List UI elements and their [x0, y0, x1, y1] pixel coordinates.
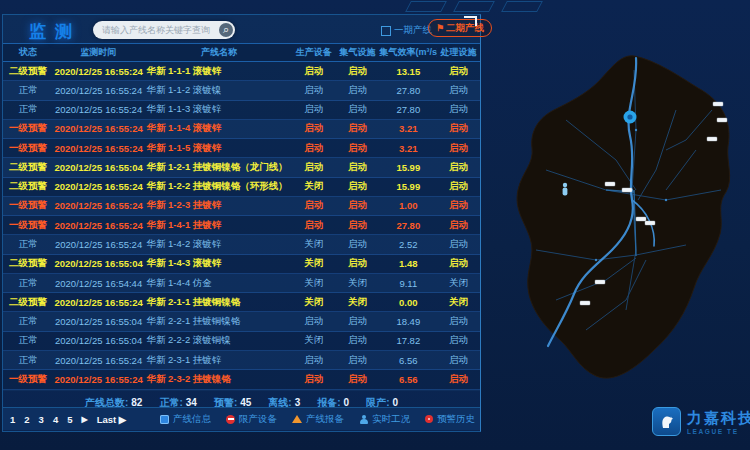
toolbar-button[interactable]: 限产设备 — [226, 413, 277, 426]
table-row[interactable]: 正常 2020/12/25 16:55:24 华新 1-1-2 滚镀镍 启动 启… — [3, 81, 480, 100]
table-row[interactable]: 一级预警 2020/12/25 16:55:24 华新 1-2-3 挂镀锌 启动… — [3, 197, 480, 216]
map-marker[interactable] — [707, 137, 717, 141]
map-circle-marker[interactable] — [624, 111, 637, 124]
production-equipment-cell: 关闭 — [292, 296, 336, 309]
gas-collection-cell: 启动 — [336, 65, 380, 78]
production-equipment-cell: 启动 — [292, 373, 336, 386]
page-button[interactable]: 1 — [10, 414, 15, 425]
last-page-button[interactable]: Last ▶ — [97, 414, 126, 425]
table-row[interactable]: 正常 2020/12/25 16:55:24 华新 2-3-1 挂镀锌 启动 启… — [3, 351, 480, 370]
gas-efficiency-cell: 27.80 — [379, 104, 437, 115]
line-name-cell: 华新 1-4-3 滚镀锌 — [144, 257, 291, 270]
production-equipment-cell: 启动 — [292, 103, 336, 116]
time-cell: 2020/12/25 16:55:04 — [53, 258, 145, 269]
map-pin-icon[interactable] — [563, 183, 568, 196]
gas-efficiency-cell: 17.82 — [379, 335, 437, 346]
treatment-cell: 启动 — [437, 180, 480, 193]
phase1-checkbox[interactable]: 一期产线 — [381, 24, 432, 37]
toolbar-button[interactable]: 预警历史 — [425, 413, 475, 426]
treatment-cell: 启动 — [437, 161, 480, 174]
line-name-cell: 华新 2-2-1 挂镀铜镍铬 — [144, 315, 291, 328]
table-row[interactable]: 一级预警 2020/12/25 16:55:24 华新 2-4-1 挂镀镍铬 启… — [3, 390, 480, 391]
column-header: 状态 — [3, 46, 53, 59]
status-cell: 一级预警 — [3, 373, 53, 386]
production-equipment-cell: 启动 — [292, 84, 336, 97]
toolbar-button[interactable]: 产线信息 — [160, 413, 211, 426]
time-cell: 2020/12/25 16:55:24 — [53, 374, 145, 385]
table-row[interactable]: 一级预警 2020/12/25 16:55:24 华新 1-4-1 挂镀锌 启动… — [3, 216, 480, 235]
gas-collection-cell: 启动 — [336, 142, 380, 155]
table-row[interactable]: 二级预警 2020/12/25 16:55:24 华新 2-1-1 挂镀铜镍铬 … — [3, 293, 480, 312]
table-row[interactable]: 二级预警 2020/12/25 16:55:24 华新 1-2-2 挂镀铜镍铬（… — [3, 178, 480, 197]
table-row[interactable]: 一级预警 2020/12/25 16:55:24 华新 2-3-2 挂镀镍铬 启… — [3, 370, 480, 389]
phase1-label: 一期产线 — [394, 24, 432, 37]
page-button[interactable]: 3 — [39, 414, 44, 425]
phase2-button[interactable]: ⚑ 二期产线 — [428, 19, 492, 37]
time-cell: 2020/12/25 16:55:24 — [53, 85, 145, 96]
page-title: 监测 — [29, 20, 81, 43]
treatment-cell: 启动 — [437, 373, 480, 386]
map-marker[interactable] — [645, 221, 655, 225]
table-header: 状态监测时间产线名称生产设备集气设施集气效率(m³/s)处理设施 — [3, 43, 480, 62]
treatment-cell: 启动 — [437, 257, 480, 270]
table-row[interactable]: 正常 2020/12/25 16:55:24 华新 1-4-2 滚镀锌 关闭 启… — [3, 235, 480, 254]
production-equipment-cell: 启动 — [292, 315, 336, 328]
table-row[interactable]: 正常 2020/12/25 16:55:24 华新 1-1-3 滚镀锌 启动 启… — [3, 101, 480, 120]
line-name-cell: 华新 1-1-5 滚镀锌 — [144, 142, 291, 155]
production-equipment-cell: 启动 — [292, 122, 336, 135]
gas-efficiency-cell: 27.80 — [379, 220, 437, 231]
map-marker[interactable] — [717, 118, 727, 122]
treatment-cell: 启动 — [437, 315, 480, 328]
production-equipment-cell: 启动 — [292, 161, 336, 174]
district-map[interactable] — [486, 50, 748, 402]
table-row[interactable]: 一级预警 2020/12/25 16:55:24 华新 1-1-5 滚镀锌 启动… — [3, 139, 480, 158]
time-cell: 2020/12/25 16:55:24 — [53, 66, 145, 77]
gas-efficiency-cell: 2.52 — [379, 239, 437, 250]
table-row[interactable]: 一级预警 2020/12/25 16:55:24 华新 1-1-4 滚镀锌 启动… — [3, 120, 480, 139]
toolbar-button[interactable]: 产线报备 — [292, 413, 344, 426]
page-button[interactable]: 5 — [67, 414, 72, 425]
map-marker[interactable] — [580, 301, 590, 305]
table-row[interactable]: 二级预警 2020/12/25 16:55:04 华新 1-2-1 挂镀铜镍铬（… — [3, 158, 480, 177]
time-cell: 2020/12/25 16:55:24 — [53, 104, 145, 115]
footer-bar: 12345▶Last ▶ 产线信息限产设备产线报备实时工况预警历史 — [3, 407, 480, 430]
toolbar-label: 产线信息 — [173, 413, 211, 426]
status-cell: 正常 — [3, 84, 53, 97]
map-marker[interactable] — [713, 102, 723, 106]
search-icon[interactable]: ⌕ — [219, 23, 233, 37]
gas-efficiency-cell: 3.21 — [379, 123, 437, 134]
production-equipment-cell: 启动 — [292, 354, 336, 367]
production-equipment-cell: 关闭 — [292, 180, 336, 193]
treatment-cell: 启动 — [437, 199, 480, 212]
status-cell: 一级预警 — [3, 122, 53, 135]
table-row[interactable]: 正常 2020/12/25 16:55:04 华新 2-2-1 挂镀铜镍铬 启动… — [3, 312, 480, 331]
map-marker[interactable] — [636, 217, 646, 221]
gas-efficiency-cell: 6.56 — [379, 355, 437, 366]
table-row[interactable]: 正常 2020/12/25 16:54:44 华新 1-4-4 仿金 关闭 关闭… — [3, 274, 480, 293]
production-equipment-cell: 关闭 — [292, 334, 336, 347]
page-button[interactable]: 4 — [53, 414, 58, 425]
corner-accent — [464, 16, 477, 26]
next-page-button[interactable]: ▶ — [81, 415, 87, 424]
flag-icon: ⚑ — [436, 24, 444, 33]
toolbar-button[interactable]: 实时工况 — [359, 413, 410, 426]
page-button[interactable]: 2 — [24, 414, 29, 425]
search-box[interactable]: ⌕ — [93, 21, 235, 39]
line-name-cell: 华新 2-2-2 滚镀铜镍 — [144, 334, 291, 347]
table-row[interactable]: 二级预警 2020/12/25 16:55:04 华新 1-4-3 滚镀锌 关闭… — [3, 255, 480, 274]
map-marker[interactable] — [605, 182, 615, 186]
status-cell: 正常 — [3, 103, 53, 116]
table-row[interactable]: 正常 2020/12/25 16:55:04 华新 2-2-2 滚镀铜镍 关闭 … — [3, 332, 480, 351]
map-marker[interactable] — [622, 188, 632, 192]
search-input[interactable] — [93, 25, 219, 35]
checkbox-icon[interactable] — [381, 26, 391, 36]
app-root: 监测 ⌕ 一期产线 ⚑ 二期产线 状态监测时间产线名称生产设备集气设施集气效率(… — [0, 0, 750, 450]
gas-efficiency-cell: 0.00 — [379, 297, 437, 308]
brand-name-cn: 力嘉科技 — [687, 409, 750, 428]
line-name-cell: 华新 2-3-2 挂镀镍铬 — [144, 373, 291, 386]
map-marker[interactable] — [595, 280, 605, 284]
table-row[interactable]: 二级预警 2020/12/25 16:55:24 华新 1-1-1 滚镀锌 启动… — [3, 62, 480, 81]
toolbar-label: 预警历史 — [437, 413, 475, 426]
treatment-cell: 启动 — [437, 84, 480, 97]
gas-collection-cell: 启动 — [336, 84, 380, 97]
